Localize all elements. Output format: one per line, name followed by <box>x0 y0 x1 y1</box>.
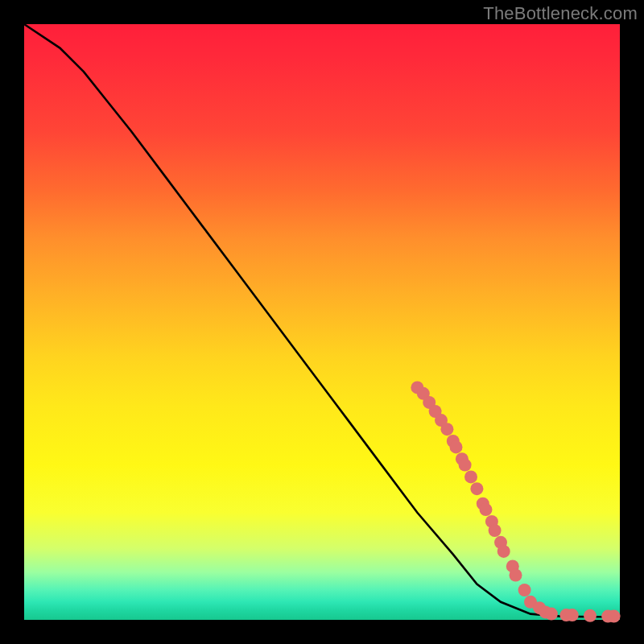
data-marker <box>450 440 463 453</box>
data-marker <box>464 470 477 483</box>
chart-stage: TheBottleneck.com <box>0 0 644 644</box>
data-marker <box>489 524 502 537</box>
data-marker <box>440 423 453 436</box>
plot-area <box>24 24 620 620</box>
data-marker <box>459 459 472 472</box>
marker-group <box>411 381 620 622</box>
data-marker <box>510 569 522 582</box>
curve-layer <box>24 24 620 620</box>
data-marker <box>497 545 510 558</box>
data-marker <box>566 609 579 621</box>
watermark-text: TheBottleneck.com <box>483 3 638 24</box>
data-marker <box>584 609 597 622</box>
data-marker <box>608 610 621 623</box>
data-marker <box>480 503 493 516</box>
data-marker <box>518 584 531 597</box>
data-marker <box>545 608 558 621</box>
data-marker <box>470 482 483 495</box>
bottleneck-curve <box>24 24 620 617</box>
